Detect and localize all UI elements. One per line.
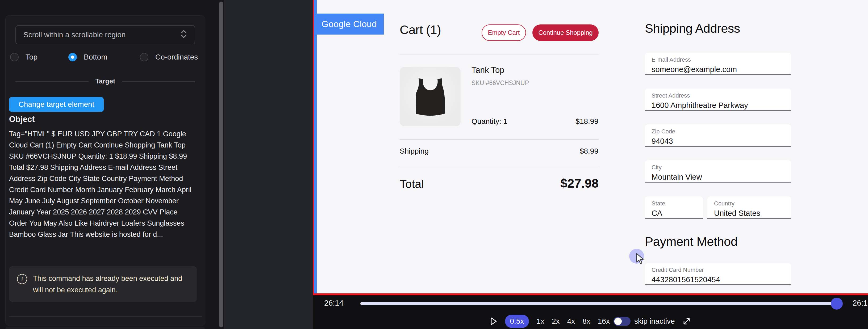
info-icon: i <box>17 274 27 284</box>
player-controls: 0.5x 1x 2x 4x 8x 16x skip inactive <box>313 315 868 328</box>
shipping-address-heading: Shipping Address <box>645 21 740 36</box>
radio-coordinates-circle[interactable] <box>140 53 148 61</box>
select-chevrons-icon <box>180 30 187 40</box>
tank-top-image <box>408 70 453 123</box>
country-field-label: Country <box>714 200 791 207</box>
skip-inactive-toggle[interactable] <box>614 317 630 326</box>
radio-top-label: Top <box>26 53 37 61</box>
state-field[interactable]: State CA <box>645 196 703 219</box>
replay-screenshot <box>316 0 868 293</box>
mouse-cursor-icon <box>636 253 646 266</box>
credit-card-field-value: 4432801561520454 <box>652 275 791 284</box>
street-field-value: 1600 Amphitheatre Parkway <box>652 101 791 110</box>
country-field-value: United States <box>714 209 791 218</box>
radio-coordinates-label: Co-ordinates <box>155 53 198 61</box>
current-time: 26:14 <box>324 299 344 307</box>
product-sku: SKU #66VCHSJNUP <box>471 79 529 87</box>
fullscreen-button[interactable] <box>682 317 691 326</box>
sidebar-scrollbar[interactable] <box>219 2 223 327</box>
play-button[interactable] <box>490 317 498 326</box>
total-value: $27.98 <box>519 176 599 191</box>
state-field-label: State <box>652 200 703 207</box>
cart-divider <box>400 54 599 55</box>
command-type-value: Scroll within a scrollable region <box>23 31 126 39</box>
highlighted-element-badge: Google Cloud <box>317 13 384 35</box>
cart-divider <box>400 139 599 140</box>
product-price: $18.99 <box>552 117 598 126</box>
change-target-button[interactable]: Change target element <box>9 97 104 112</box>
payment-method-heading: Payment Method <box>645 234 737 249</box>
element-highlight-left-border <box>314 0 317 293</box>
next-panel-peek <box>5 327 205 329</box>
radio-bottom[interactable]: Bottom <box>68 53 107 61</box>
speed-1x-button[interactable]: 1x <box>536 317 545 326</box>
email-field-label: E-mail Address <box>652 56 791 63</box>
cart-divider <box>400 167 599 167</box>
sidebar: Scroll within a scrollable region Top Bo… <box>0 0 224 329</box>
state-field-value: CA <box>652 209 703 218</box>
radio-coordinates[interactable]: Co-ordinates <box>140 53 198 61</box>
target-highlight-bottom-border <box>313 293 868 295</box>
street-field[interactable]: Street Address 1600 Amphitheatre Parkway <box>645 89 791 111</box>
country-field[interactable]: Country United States <box>707 196 791 219</box>
empty-cart-button[interactable]: Empty Cart <box>482 25 526 41</box>
zip-field-value: 94043 <box>652 137 791 145</box>
panel-bottom-divider <box>9 316 202 317</box>
divider-line <box>16 81 89 81</box>
speed-2x-button[interactable]: 2x <box>552 317 560 326</box>
product-quantity: Quantity: 1 <box>471 117 507 126</box>
product-image <box>400 67 461 126</box>
target-section-divider: Target <box>16 77 195 85</box>
radio-bottom-label: Bottom <box>84 53 107 61</box>
speed-0.5x-button[interactable]: 0.5x <box>505 315 529 328</box>
command-panel: Scroll within a scrollable region Top Bo… <box>5 15 205 326</box>
total-label: Total <box>400 177 424 191</box>
email-field-value: someone@example.com <box>652 65 791 74</box>
speed-8x-button[interactable]: 8x <box>582 317 590 326</box>
email-field[interactable]: E-mail Address someone@example.com <box>645 53 791 75</box>
zip-field[interactable]: Zip Code 94043 <box>645 124 791 147</box>
divider-line <box>122 81 195 81</box>
radio-top-circle[interactable] <box>10 53 19 61</box>
cart-title: Cart (1) <box>400 22 441 37</box>
city-field[interactable]: City Mountain View <box>645 160 791 183</box>
target-section-label: Target <box>95 77 116 85</box>
zip-field-label: Zip Code <box>652 128 791 135</box>
progress-knob[interactable] <box>831 298 843 309</box>
city-field-label: City <box>652 164 791 171</box>
skip-inactive-label: skip inactive <box>634 317 675 326</box>
speed-4x-button[interactable]: 4x <box>567 317 575 326</box>
shipping-row-value: $8.99 <box>552 147 598 156</box>
notice-text: This command has already been executed a… <box>33 273 189 295</box>
end-time: 26:1 <box>852 299 868 307</box>
command-executed-notice: i This command has already been executed… <box>9 266 197 302</box>
radio-bottom-circle[interactable] <box>68 53 77 61</box>
credit-card-field-label: Credit Card Number <box>652 267 791 273</box>
shipping-row-label: Shipping <box>400 147 429 156</box>
city-field-value: Mountain View <box>652 173 791 182</box>
progress-bar[interactable] <box>360 302 842 305</box>
street-field-label: Street Address <box>652 92 791 99</box>
command-type-select[interactable]: Scroll within a scrollable region <box>16 25 195 44</box>
speed-16x-button[interactable]: 16x <box>598 317 610 326</box>
radio-top[interactable]: Top <box>10 53 37 61</box>
object-description-text: Tag="HTML" $ EUR USD JPY GBP TRY CAD 1 G… <box>9 128 197 240</box>
continue-shopping-button[interactable]: Continue Shopping <box>532 25 599 41</box>
scroll-position-radio-group: Top Bottom Co-ordinates <box>10 53 200 64</box>
target-highlight-left-border <box>313 0 314 295</box>
product-name: Tank Top <box>471 65 504 75</box>
object-heading: Object <box>9 114 35 124</box>
toggle-knob[interactable] <box>614 318 622 325</box>
credit-card-field[interactable]: Credit Card Number 4432801561520454 <box>645 263 791 285</box>
